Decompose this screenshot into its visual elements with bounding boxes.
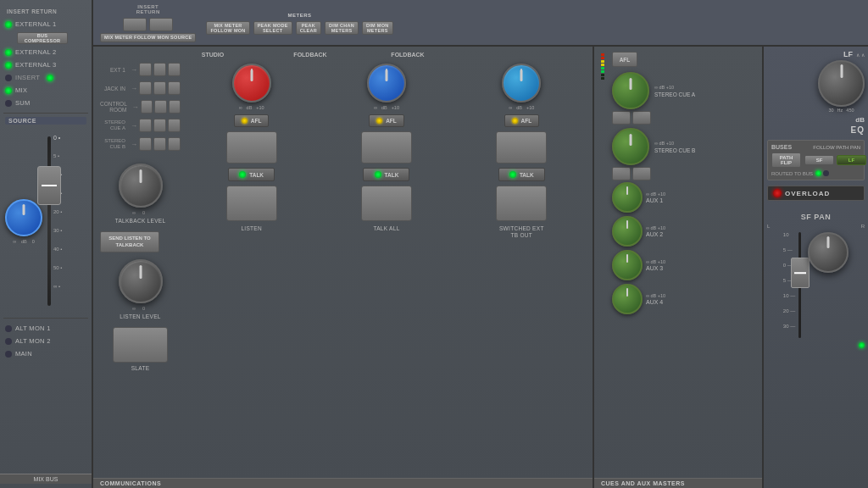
slate-label: SLATE (131, 365, 150, 372)
ext1-fold1-btn[interactable] (153, 63, 166, 76)
ext1-label: EXT 1 (100, 67, 129, 73)
scuea-studio-btn[interactable] (139, 119, 152, 132)
listen-level-knob-group: ∞ 0 LISTEN LEVEL (100, 259, 181, 320)
jackin-studio-btn[interactable] (139, 81, 152, 95)
studio-col-header: STUDIO (183, 52, 242, 58)
foldback1-col-header: FOLDBACK (281, 52, 340, 58)
stereo-cue-a-knob[interactable] (612, 72, 649, 109)
foldback2-afl-led (512, 118, 518, 124)
bus-comp-button[interactable]: BUS COMPRESSOR (17, 32, 68, 44)
send-listen-button[interactable]: SEND LISTEN TO TALKBACK (100, 231, 159, 253)
foldback2-listen-btn[interactable] (496, 131, 547, 164)
aux3-label: AUX 3 (646, 265, 665, 271)
routing-row-ext1: EXT 1 → (100, 63, 181, 76)
scuea-fold1-btn[interactable] (153, 119, 166, 132)
source-mix: MIX (3, 84, 88, 97)
foldback2-listen-label: SWITCHED EXT TB OUT (496, 225, 547, 239)
led-altmon1 (5, 325, 12, 332)
dim-mon-btn[interactable]: DIM MONMETERS (362, 21, 393, 35)
mix-meter-btn[interactable]: MIX METERFOLLOW MON (206, 21, 249, 35)
scue-a-btn-2[interactable] (632, 111, 651, 125)
led-insert (5, 75, 12, 81)
scuea-fold2-btn[interactable] (168, 119, 181, 132)
right-fader-knob[interactable] (791, 258, 810, 288)
foldback2-col-header: FOLDBACK (378, 52, 437, 58)
top-row: INSERTRETURN MIX METER FOLLOW MON SOURCE… (93, 0, 868, 47)
cr-fold2-btn[interactable] (169, 100, 181, 114)
studio-listen-btn[interactable] (226, 131, 277, 164)
foldback1-knob[interactable] (367, 64, 406, 103)
scue-b-btn-2[interactable] (632, 167, 651, 180)
aux1-label: AUX 1 (646, 197, 665, 203)
peak-mode-btn[interactable]: PEAK MODESELECT (253, 21, 292, 35)
bottom-leds (767, 342, 865, 348)
label-main: MAIN (15, 350, 32, 358)
foldback2-listen-large-btn[interactable] (496, 186, 547, 221)
studio-listen-label: LISTEN (241, 225, 262, 232)
scueb-studio-btn[interactable] (139, 137, 152, 151)
studio-knob[interactable] (232, 64, 271, 103)
aux4-label: AUX 4 (646, 299, 665, 305)
scueb-fold1-btn[interactable] (153, 137, 166, 151)
foldback1-afl-btn[interactable]: AFL (369, 114, 404, 127)
foldback1-talk-btn[interactable]: TALK (363, 168, 409, 181)
insert-return-label: INSERT RETURN (7, 7, 57, 16)
aux1-knob[interactable] (612, 182, 643, 213)
insert-btn-2[interactable] (149, 18, 173, 31)
cr-label: CONTROL ROOM (100, 101, 131, 113)
meter-seg-off-2 (601, 77, 604, 80)
cr-fold1-btn[interactable] (154, 100, 166, 114)
ext1-fold2-btn[interactable] (168, 63, 181, 76)
mixer-panel: INSERT RETURN EXTERNAL 1 BUS COMPRESSOR … (0, 0, 868, 488)
studio-talk-btn[interactable]: TALK (228, 168, 275, 181)
led-external3 (5, 62, 12, 69)
ext1-studio-btn[interactable] (139, 63, 152, 76)
buses-label: BUSES (771, 144, 792, 150)
jackin-fold2-btn[interactable] (168, 81, 181, 95)
path-flip-btn[interactable]: PATH FLIP (771, 152, 801, 168)
foldback1-listen-btn[interactable] (361, 131, 412, 164)
pan-knob[interactable] (808, 232, 849, 273)
scue-b-btn-1[interactable] (612, 167, 631, 180)
slate-button[interactable] (113, 327, 168, 363)
cr-studio-btn[interactable] (141, 100, 153, 114)
insert-btn-1[interactable] (123, 18, 147, 31)
lf-btn[interactable]: LF (837, 155, 866, 165)
freq-knob[interactable] (818, 60, 865, 107)
aux2-knob[interactable] (612, 216, 643, 247)
cues-afl-btn[interactable]: AFL (612, 52, 637, 67)
scueb-fold2-btn[interactable] (168, 137, 181, 151)
communications-section: STUDIO FOLDBACK FOLDBACK EXT 1 → (93, 47, 593, 488)
studio-listen-large-btn[interactable] (226, 186, 277, 221)
meter-seg-green-1 (601, 67, 604, 69)
listen-level-knob[interactable] (119, 259, 163, 303)
dim-chan-btn[interactable]: DIM CHANMETERS (325, 21, 359, 35)
sf-lf-buttons: SF LF (804, 155, 866, 165)
peak-clear-btn[interactable]: PEAKCLEAR (296, 21, 321, 35)
foldback1-channel: ∞ dB +10 AFL TALK (322, 59, 450, 468)
aux4-knob[interactable] (612, 284, 643, 314)
label-sum: SUM (15, 99, 31, 107)
main-fader-knob[interactable] (37, 166, 61, 205)
label-altmon2: ALT MON 2 (15, 337, 51, 345)
jackin-fold1-btn[interactable] (153, 81, 166, 95)
foldback2-knob[interactable] (502, 64, 541, 103)
foldback2-talk-btn[interactable]: TALK (498, 168, 545, 181)
routing-row-scuea: STEREO CUE A → (100, 119, 181, 132)
aux3-knob[interactable] (612, 250, 643, 280)
stereo-cue-b-knob[interactable] (612, 128, 649, 165)
source-external2: EXTERNAL 2 (3, 46, 88, 58)
talkback-level-knob-group: ∞ 0 TALKBACK LEVEL (100, 164, 181, 225)
led-altmon2 (5, 338, 12, 345)
studio-afl-btn[interactable]: AFL (234, 114, 270, 127)
in-button[interactable]: MIX METER FOLLOW MON SOURCE (100, 33, 196, 42)
foldback2-afl-btn[interactable]: AFL (504, 114, 540, 127)
source-external1: EXTERNAL 1 (3, 18, 88, 30)
foldback1-listen-large-btn[interactable] (361, 186, 412, 221)
studio-channel: ∞ dB +10 AFL TALK (187, 59, 315, 468)
talkback-level-knob[interactable] (119, 164, 163, 208)
source-select-knob[interactable] (5, 199, 42, 236)
scue-a-btn-1[interactable] (612, 111, 631, 125)
sf-btn[interactable]: SF (804, 155, 834, 165)
eq-label: EQ (851, 125, 865, 135)
